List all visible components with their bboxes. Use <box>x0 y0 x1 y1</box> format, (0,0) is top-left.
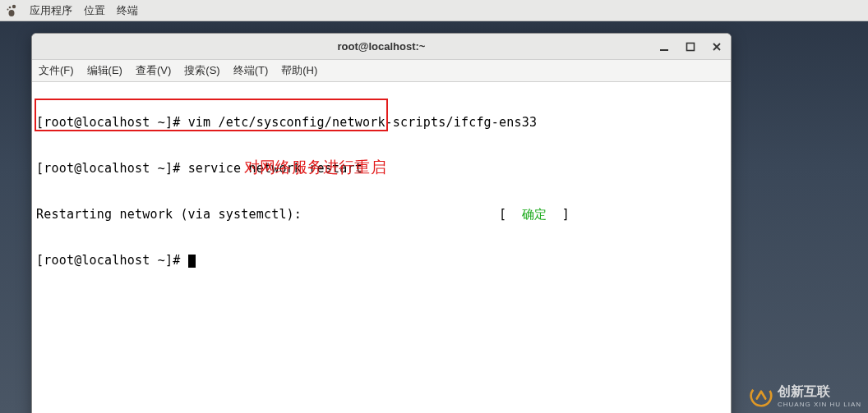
svg-rect-5 <box>687 43 695 50</box>
terminal-line: [root@localhost ~]# <box>36 253 727 268</box>
svg-rect-4 <box>660 49 668 51</box>
terminal-window: root@localhost:~ 文件(F) 编辑(E) 查看(V) 搜索(S)… <box>31 33 732 413</box>
terminal-line: [root@localhost ~]# vim /etc/sysconfig/n… <box>36 115 727 131</box>
svg-point-3 <box>9 10 15 16</box>
menu-edit[interactable]: 编辑(E) <box>87 63 122 78</box>
window-titlebar: root@localhost:~ <box>32 34 731 60</box>
menu-search[interactable]: 搜索(S) <box>184 63 219 78</box>
watermark-sub: CHUANG XIN HU LIAN <box>778 401 861 408</box>
window-controls <box>655 34 726 59</box>
gnome-foot-icon <box>5 4 18 17</box>
panel-places[interactable]: 位置 <box>84 3 105 18</box>
svg-point-2 <box>7 8 9 10</box>
svg-point-0 <box>12 4 16 7</box>
terminal-body[interactable]: [root@localhost ~]# vim /etc/sysconfig/n… <box>32 82 731 413</box>
annotation-text: 对网络服务进行重启 <box>244 158 386 177</box>
menu-file[interactable]: 文件(F) <box>39 63 74 78</box>
maximize-button[interactable] <box>681 38 699 56</box>
terminal-menubar: 文件(F) 编辑(E) 查看(V) 搜索(S) 终端(T) 帮助(H) <box>32 60 731 82</box>
svg-point-1 <box>9 6 12 8</box>
status-ok: 确定 <box>522 207 547 222</box>
minimize-button[interactable] <box>655 38 673 56</box>
menu-view[interactable]: 查看(V) <box>136 63 171 78</box>
svg-point-6 <box>750 384 773 407</box>
watermark-main: 创新互联 <box>778 384 830 398</box>
window-title: root@localhost:~ <box>338 40 426 53</box>
panel-terminal[interactable]: 终端 <box>117 3 138 18</box>
watermark: 创新互联 CHUANG XIN HU LIAN <box>750 383 861 408</box>
gnome-top-panel: 应用程序 位置 终端 <box>0 0 868 21</box>
menu-help[interactable]: 帮助(H) <box>281 63 317 78</box>
terminal-line: Restarting network (via systemctl): [ 确定… <box>36 207 727 223</box>
watermark-logo-icon <box>750 384 773 407</box>
terminal-cursor <box>188 255 196 268</box>
menu-terminal[interactable]: 终端(T) <box>233 63 269 78</box>
close-button[interactable] <box>708 38 726 56</box>
panel-apps[interactable]: 应用程序 <box>30 3 72 18</box>
